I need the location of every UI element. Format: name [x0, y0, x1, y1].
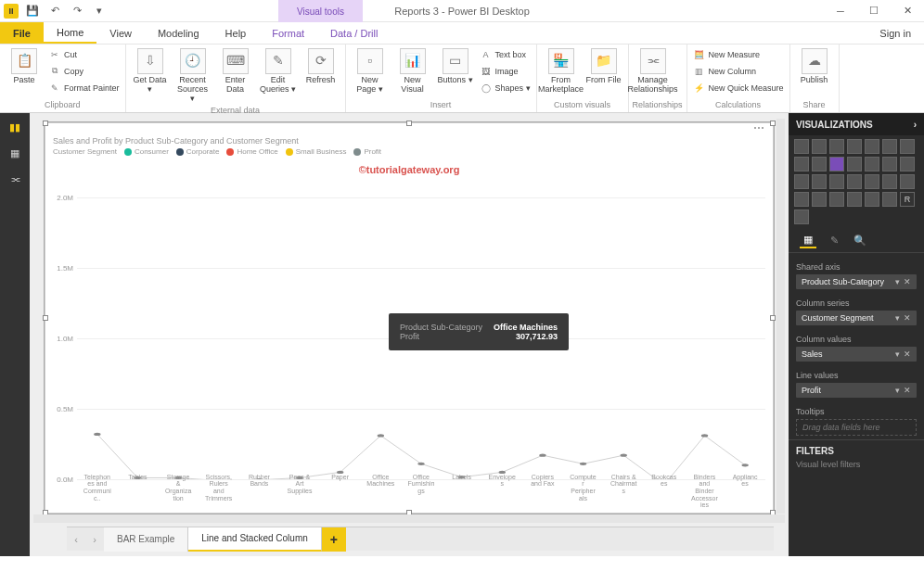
from-file-button[interactable]: 📁From File — [584, 46, 624, 87]
canvas-scrollbar-v[interactable] — [776, 119, 785, 514]
viz-scatter-icon[interactable] — [900, 157, 915, 171]
viz-r-icon[interactable]: R — [900, 192, 915, 207]
analytics-tab[interactable]: 🔍 — [852, 232, 868, 248]
format-painter-button[interactable]: ✎Format Painter — [46, 80, 122, 95]
undo-button[interactable]: ↶ — [46, 3, 63, 19]
shared-axis-field[interactable]: Product Sub-Category▾✕ — [796, 274, 917, 289]
new-page-button[interactable]: ▫New Page ▾ — [350, 46, 391, 96]
format-tab[interactable]: ✎ — [826, 232, 842, 248]
viz-custom-icon[interactable] — [794, 209, 809, 224]
new-measure-button[interactable]: 🧮New Measure — [691, 46, 786, 62]
viz-100-bar-icon[interactable] — [865, 139, 879, 154]
viz-clustered-column-icon[interactable] — [847, 139, 862, 154]
viz-table-icon[interactable] — [865, 192, 879, 207]
sign-in-link[interactable]: Sign in — [866, 22, 924, 44]
viz-card-icon[interactable] — [794, 192, 809, 207]
canvas-scrollbar-h[interactable] — [33, 514, 785, 523]
edit-queries-button[interactable]: ✎Edit Queries ▾ — [258, 46, 299, 96]
paste-button[interactable]: 📋Paste — [4, 46, 45, 87]
field-menu-icon[interactable]: ▾ — [895, 386, 900, 395]
buttons-button[interactable]: ▭Buttons ▾ — [435, 46, 476, 87]
redo-button[interactable]: ↷ — [69, 3, 85, 19]
new-visual-button[interactable]: 📊New Visual — [392, 46, 433, 96]
image-button[interactable]: 🖼Image — [478, 63, 533, 79]
viz-stacked-column-icon[interactable] — [829, 139, 844, 154]
fields-tab[interactable]: ▦ — [800, 232, 816, 248]
field-menu-icon[interactable]: ▾ — [895, 277, 900, 286]
refresh-button[interactable]: ⟳Refresh — [301, 46, 341, 87]
viz-stacked-bar-icon[interactable] — [794, 139, 809, 154]
field-menu-icon[interactable]: ▾ — [895, 349, 900, 359]
viz-treemap-icon[interactable] — [829, 174, 844, 189]
report-canvas[interactable]: ⋯ Sales and Profit by Product Sub-Catego… — [30, 113, 789, 556]
viz-kpi-icon[interactable] — [829, 192, 844, 207]
model-view-button[interactable]: ⫘ — [6, 171, 24, 187]
viz-matrix-icon[interactable] — [882, 192, 897, 207]
enter-data-button[interactable]: ⌨Enter Data — [215, 46, 256, 96]
add-page-button[interactable]: + — [322, 527, 346, 552]
viz-pie-icon[interactable] — [794, 174, 809, 189]
viz-slicer-icon[interactable] — [847, 192, 862, 207]
visualizations-header: VISUALIZATIONS — [796, 120, 873, 130]
field-remove-icon[interactable]: ✕ — [904, 277, 911, 286]
page-prev-button[interactable]: ‹ — [67, 534, 85, 545]
publish-button[interactable]: ☁Publish — [794, 46, 835, 87]
cut-button[interactable]: ✂Cut — [46, 46, 122, 62]
tooltips-well[interactable]: Drag data fields here — [796, 419, 917, 436]
viz-filled-map-icon[interactable] — [865, 174, 879, 189]
report-view-button[interactable]: ▮▮ — [6, 119, 24, 135]
viz-ribbon-icon[interactable] — [865, 157, 879, 171]
viz-map-icon[interactable] — [847, 174, 862, 189]
line-values-field[interactable]: Profit▾✕ — [796, 383, 917, 398]
save-button[interactable]: 💾 — [24, 3, 41, 19]
resize-handle[interactable] — [43, 315, 48, 321]
viz-waterfall-icon[interactable] — [882, 157, 897, 171]
textbox-button[interactable]: AText box — [478, 46, 533, 62]
viz-gauge-icon[interactable] — [900, 174, 915, 189]
manage-relationships-button[interactable]: ⫘Manage Relationships — [633, 46, 674, 96]
viz-100-column-icon[interactable] — [882, 139, 897, 154]
field-remove-icon[interactable]: ✕ — [904, 349, 911, 359]
resize-handle[interactable] — [770, 315, 776, 321]
viz-line-clustered-column-icon[interactable] — [847, 157, 862, 171]
tab-home[interactable]: Home — [44, 22, 96, 44]
page-tab-bar-example[interactable]: BAR Example — [104, 527, 188, 552]
page-next-button[interactable]: › — [85, 534, 104, 545]
viz-funnel-icon[interactable] — [882, 174, 897, 189]
viz-donut-icon[interactable] — [812, 174, 827, 189]
new-quick-measure-button[interactable]: ⚡New Quick Measure — [691, 80, 786, 95]
field-remove-icon[interactable]: ✕ — [904, 386, 911, 395]
page-tab-line-stacked[interactable]: Line and Stacked Column — [188, 527, 322, 552]
visualizations-pane: VISUALIZATIONS› R ▦ ✎ 🔍 Shared axis Prod… — [789, 113, 924, 556]
from-marketplace-button[interactable]: 🏪From Marketplace — [541, 46, 582, 96]
field-remove-icon[interactable]: ✕ — [904, 313, 911, 323]
recent-sources-button[interactable]: 🕘Recent Sources ▾ — [173, 46, 213, 106]
shapes-button[interactable]: ◯Shapes ▾ — [478, 80, 533, 95]
tab-modeling[interactable]: Modeling — [145, 22, 212, 44]
minimize-button[interactable]: ─ — [824, 0, 857, 22]
tab-file[interactable]: File — [0, 22, 44, 44]
tab-data-drill[interactable]: Data / Drill — [317, 22, 391, 44]
field-menu-icon[interactable]: ▾ — [895, 313, 900, 323]
tab-help[interactable]: Help — [212, 22, 260, 44]
viz-area-icon[interactable] — [794, 157, 809, 171]
column-series-field[interactable]: Customer Segment▾✕ — [796, 311, 917, 325]
column-values-field[interactable]: Sales▾✕ — [796, 347, 917, 362]
viz-line-icon[interactable] — [900, 139, 915, 154]
tab-view[interactable]: View — [96, 22, 145, 44]
get-data-button[interactable]: ⇩Get Data ▾ — [130, 46, 171, 96]
collapse-pane-button[interactable]: › — [914, 120, 917, 130]
data-view-button[interactable]: ▦ — [6, 145, 24, 161]
tab-format[interactable]: Format — [259, 22, 317, 44]
viz-clustered-bar-icon[interactable] — [812, 139, 827, 154]
viz-multirow-card-icon[interactable] — [812, 192, 827, 207]
visual-options-button[interactable]: ⋯ — [753, 121, 765, 134]
viz-stacked-area-icon[interactable] — [812, 157, 827, 171]
viz-line-stacked-column-icon[interactable] — [829, 157, 844, 171]
visual-card[interactable]: ⋯ Sales and Profit by Product Sub-Catego… — [45, 122, 774, 514]
new-column-button[interactable]: ▥New Column — [691, 63, 786, 79]
qat-dropdown[interactable]: ▾ — [91, 3, 108, 19]
maximize-button[interactable]: ☐ — [857, 0, 891, 22]
close-button[interactable]: ✕ — [891, 0, 924, 22]
copy-button[interactable]: ⧉Copy — [46, 63, 122, 79]
